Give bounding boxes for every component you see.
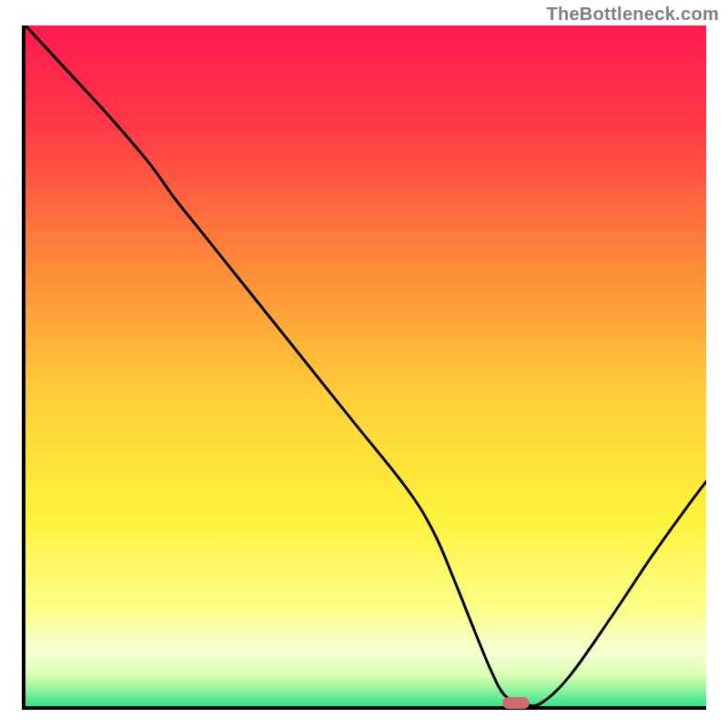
optimum-marker <box>502 697 530 709</box>
chart-container: TheBottleneck.com <box>0 0 728 728</box>
chart-plot <box>25 25 706 706</box>
gradient-rect <box>25 25 706 706</box>
watermark-text: TheBottleneck.com <box>546 4 719 25</box>
